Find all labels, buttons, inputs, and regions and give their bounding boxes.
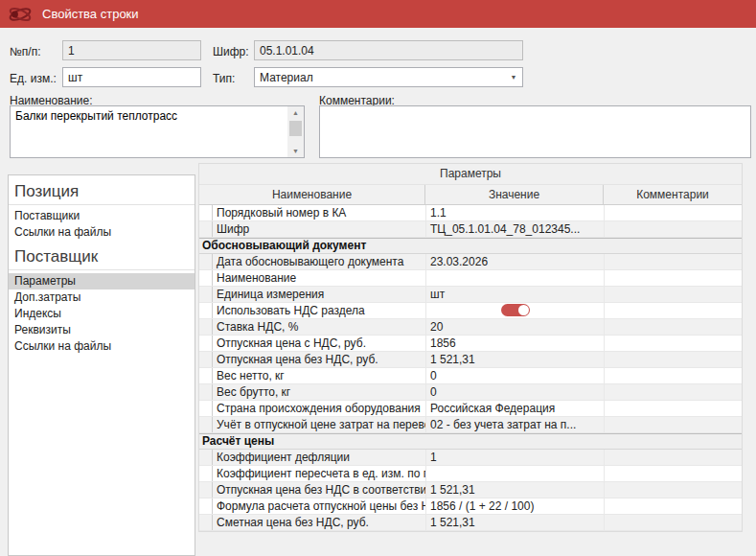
param-name-cell[interactable]: Единица измерения xyxy=(213,287,425,302)
name-scrollbar[interactable]: ▲ ▼ xyxy=(287,106,304,157)
table-row[interactable]: Отпускная цена без НДС в соответствии с … xyxy=(199,482,742,498)
unit-field[interactable] xyxy=(62,67,201,87)
sidebar-item[interactable]: Индексы xyxy=(9,306,195,322)
row-gutter xyxy=(199,417,213,432)
row-gutter xyxy=(199,384,213,400)
comments-textarea[interactable] xyxy=(319,105,751,158)
column-header-name[interactable]: Наименование xyxy=(199,185,425,204)
table-row[interactable]: Формула расчета отпускной цены без НДС в… xyxy=(199,498,742,515)
param-name-cell[interactable]: Отпускная цена без НДС, руб. xyxy=(213,352,425,367)
param-name-cell[interactable]: Дата обосновывающего документа xyxy=(213,254,425,269)
table-row[interactable]: Страна происхождения оборудованияРоссийс… xyxy=(199,401,742,417)
param-value-cell[interactable]: 23.03.2026 xyxy=(425,254,604,269)
table-row[interactable]: Сметная цена без НДС, руб.1 521,31 xyxy=(199,515,742,531)
param-value-cell[interactable]: 20 xyxy=(425,319,604,335)
group-row[interactable]: Обосновывающий документ xyxy=(199,238,742,254)
param-value-cell[interactable]: Российская Федерация xyxy=(425,401,604,416)
param-name-cell[interactable]: Отпускная цена без НДС в соответствии с … xyxy=(213,482,425,498)
table-row[interactable]: Коэффициент дефляции1 xyxy=(199,450,742,466)
param-value-cell[interactable]: 0 xyxy=(425,384,604,400)
param-name-cell[interactable]: Порядковый номер в КА xyxy=(213,205,425,220)
param-comment-cell[interactable] xyxy=(604,515,742,530)
param-comment-cell[interactable] xyxy=(604,466,742,481)
param-name-cell[interactable]: Коэффициент пересчета в ед. изм. по прое… xyxy=(213,466,425,481)
param-comment-cell[interactable] xyxy=(604,287,742,302)
param-name-cell[interactable]: Использовать НДС раздела xyxy=(213,303,425,318)
param-comment-cell[interactable] xyxy=(604,482,742,498)
table-row[interactable]: Вес нетто, кг0 xyxy=(199,368,742,384)
param-comment-cell[interactable] xyxy=(604,303,742,318)
name-textarea[interactable]: Балки перекрытий теплотрасс xyxy=(10,105,305,158)
param-comment-cell[interactable] xyxy=(604,205,742,220)
sidebar-item[interactable]: Ссылки на файлы xyxy=(9,338,195,355)
param-value-cell[interactable] xyxy=(425,303,604,318)
param-name-cell[interactable]: Отпускная цена с НДС, руб. xyxy=(213,336,425,351)
num-label: №п/п: xyxy=(10,45,41,58)
sidebar-item[interactable]: Ссылки на файлы xyxy=(9,224,195,241)
param-comment-cell[interactable] xyxy=(604,254,742,269)
table-row[interactable]: ШифрТЦ_05.1.01.04_78_012345... xyxy=(199,221,742,238)
param-value-cell[interactable] xyxy=(425,466,604,481)
sidebar-item[interactable]: Доп.затраты xyxy=(9,290,195,306)
param-comment-cell[interactable] xyxy=(604,270,742,286)
table-row[interactable]: Дата обосновывающего документа23.03.2026 xyxy=(199,254,742,270)
param-comment-cell[interactable] xyxy=(604,221,742,237)
param-name-cell[interactable]: Вес нетто, кг xyxy=(213,368,425,383)
table-row[interactable]: Отпускная цена без НДС, руб.1 521,31 xyxy=(199,352,742,368)
param-value-cell[interactable]: 1 521,31 xyxy=(425,515,604,530)
table-row[interactable]: Отпускная цена с НДС, руб.1856 xyxy=(199,336,742,352)
code-field[interactable] xyxy=(254,40,523,60)
param-name-cell[interactable]: Формула расчета отпускной цены без НДС в… xyxy=(213,498,425,514)
param-value-cell[interactable]: 1856 / (1 + 22 / 100) xyxy=(425,498,604,514)
sidebar-item[interactable]: Поставщики xyxy=(9,208,195,224)
scroll-up-icon[interactable]: ▲ xyxy=(287,106,304,119)
param-value-cell[interactable] xyxy=(425,270,604,286)
sidebar-item[interactable]: Параметры xyxy=(9,273,195,290)
param-comment-cell[interactable] xyxy=(604,417,742,432)
param-name-cell[interactable]: Наименование xyxy=(213,270,425,286)
param-name-cell[interactable]: Ставка НДС, % xyxy=(213,319,425,335)
param-comment-cell[interactable] xyxy=(604,401,742,416)
table-row[interactable]: Использовать НДС раздела xyxy=(199,303,742,319)
param-value-cell[interactable]: 1 521,31 xyxy=(425,482,604,498)
row-gutter xyxy=(199,254,213,269)
param-value-cell[interactable]: 02 - без учета затрат на п... xyxy=(425,417,604,432)
table-row[interactable]: Учёт в отпускной цене затрат на перевозк… xyxy=(199,417,742,433)
param-name-cell[interactable]: Сметная цена без НДС, руб. xyxy=(213,515,425,530)
param-value-cell[interactable]: 1 521,31 xyxy=(425,352,604,367)
param-comment-cell[interactable] xyxy=(604,384,742,400)
sidebar-item[interactable]: Реквизиты xyxy=(9,322,195,338)
column-header-comment[interactable]: Комментарии xyxy=(604,185,742,204)
table-row[interactable]: Коэффициент пересчета в ед. изм. по прое… xyxy=(199,466,742,482)
group-row[interactable]: Расчёт цены xyxy=(199,433,742,450)
vat-toggle-switch[interactable] xyxy=(501,304,530,316)
param-name-cell[interactable]: Шифр xyxy=(213,221,425,237)
param-comment-cell[interactable] xyxy=(604,319,742,335)
scrollbar-thumb[interactable] xyxy=(289,121,302,136)
type-combobox[interactable]: Материал ▼ xyxy=(254,67,523,87)
param-comment-cell[interactable] xyxy=(604,352,742,367)
scroll-down-icon[interactable]: ▼ xyxy=(287,145,304,157)
param-name-cell[interactable]: Коэффициент дефляции xyxy=(213,450,425,465)
param-comment-cell[interactable] xyxy=(604,336,742,351)
table-row[interactable]: Наименование xyxy=(199,270,742,287)
num-field[interactable] xyxy=(62,40,201,60)
param-comment-cell[interactable] xyxy=(604,368,742,383)
param-value-cell[interactable]: шт xyxy=(425,287,604,302)
table-row[interactable]: Порядковый номер в КА1.1 xyxy=(199,205,742,221)
param-name-cell[interactable]: Страна происхождения оборудования xyxy=(213,401,425,416)
chevron-down-icon[interactable]: ▼ xyxy=(505,74,522,81)
table-row[interactable]: Единица измеренияшт xyxy=(199,287,742,303)
table-row[interactable]: Вес брутто, кг0 xyxy=(199,384,742,401)
param-value-cell[interactable]: 0 xyxy=(425,368,604,383)
param-value-cell[interactable]: 1 xyxy=(425,450,604,465)
param-value-cell[interactable]: 1856 xyxy=(425,336,604,351)
param-name-cell[interactable]: Вес брутто, кг xyxy=(213,384,425,400)
param-value-cell[interactable]: 1.1 xyxy=(425,205,604,220)
param-comment-cell[interactable] xyxy=(604,498,742,514)
column-header-value[interactable]: Значение xyxy=(425,185,604,204)
table-row[interactable]: Ставка НДС, %20 xyxy=(199,319,742,336)
param-comment-cell[interactable] xyxy=(604,450,742,465)
param-name-cell[interactable]: Учёт в отпускной цене затрат на перевозк… xyxy=(213,417,425,432)
param-value-cell[interactable]: ТЦ_05.1.01.04_78_012345... xyxy=(425,221,604,237)
